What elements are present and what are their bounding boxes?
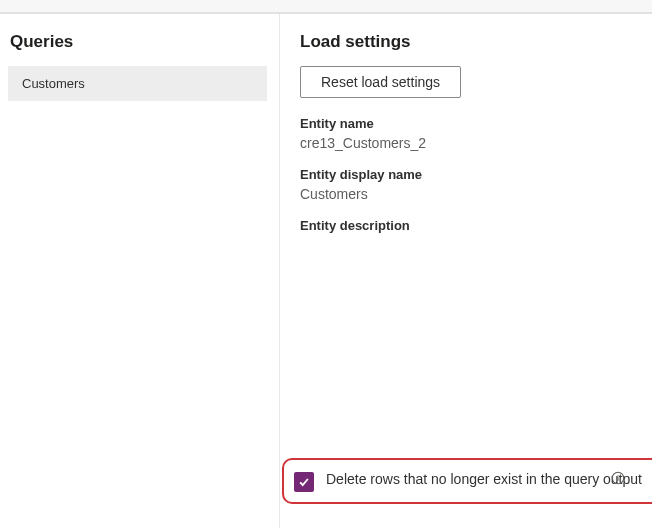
queries-pane: Queries Customers [0,14,280,528]
load-settings-heading: Load settings [300,32,632,52]
entity-name-group: Entity name cre13_Customers_2 [300,116,632,151]
check-icon [298,476,310,488]
content-wrapper: Queries Customers Load settings Reset lo… [0,13,652,528]
delete-rows-checkbox[interactable] [294,472,314,492]
entity-description-group: Entity description [300,218,632,233]
info-icon[interactable] [610,470,626,486]
entity-name-label: Entity name [300,116,632,131]
delete-rows-highlight: Delete rows that no longer exist in the … [282,458,652,504]
reset-load-settings-button[interactable]: Reset load settings [300,66,461,98]
entity-description-label: Entity description [300,218,632,233]
query-item-label: Customers [22,76,85,91]
top-toolbar-strip [0,0,652,13]
queries-heading: Queries [8,32,267,52]
entity-display-name-label: Entity display name [300,167,632,182]
svg-point-2 [617,475,618,476]
query-item-customers[interactable]: Customers [8,66,267,101]
entity-display-name-group: Entity display name Customers [300,167,632,202]
entity-display-name-value: Customers [300,186,632,202]
delete-rows-checkbox-label[interactable]: Delete rows that no longer exist in the … [326,470,642,490]
entity-name-value: cre13_Customers_2 [300,135,632,151]
load-settings-pane: Load settings Reset load settings Entity… [280,14,652,528]
